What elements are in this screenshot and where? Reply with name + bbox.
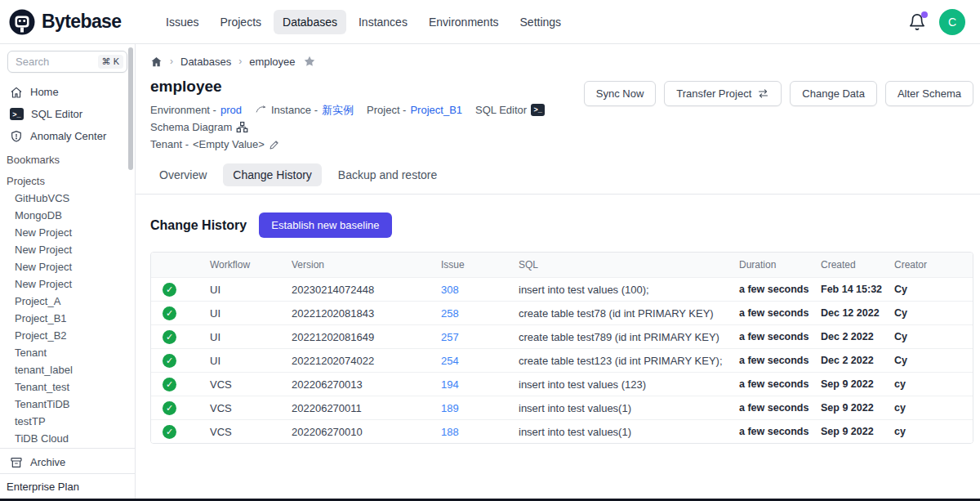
nav-link[interactable]: Instances [350, 10, 416, 34]
breadcrumb-databases[interactable]: Databases [180, 56, 231, 68]
sidebar-item-home[interactable]: Home [0, 81, 135, 103]
sidebar-project-item[interactable]: testTP [0, 413, 135, 430]
created-cell: Dec 2 2022 [821, 355, 894, 366]
projects-section-label: Projects [0, 168, 135, 190]
version-cell: 202206270013 [292, 378, 441, 391]
issue-link[interactable]: 189 [441, 402, 459, 414]
duration-cell: a few seconds [739, 284, 821, 295]
project-link[interactable]: Project_B1 [410, 101, 462, 119]
tab[interactable]: Change History [223, 163, 322, 186]
sidebar-project-item[interactable]: Project_B2 [0, 327, 135, 344]
sidebar-project-item[interactable]: GitHubVCS [0, 190, 135, 207]
col-creator: Creator [894, 259, 973, 271]
success-check-icon: ✓ [163, 306, 176, 320]
duration-cell: a few seconds [739, 426, 821, 437]
transfer-project-button[interactable]: Transfer Project [664, 81, 782, 106]
sidebar-project-item[interactable]: New Project [0, 241, 135, 258]
sidebar-project-item[interactable]: TiDB Cloud [0, 430, 135, 447]
database-tabs: OverviewChange HistoryBackup and restore [136, 163, 980, 195]
terminal-icon: >_ [10, 108, 24, 120]
sidebar-project-item[interactable]: Project_B1 [0, 310, 135, 327]
sidebar-project-item[interactable]: New Project [0, 224, 135, 241]
nav-link[interactable]: Projects [211, 10, 270, 34]
sql-cell: create table test789 (id int PRIMARY KEY… [519, 331, 739, 343]
created-cell: Sep 9 2022 [821, 402, 894, 414]
tenant-meta: Tenant - <Empty Value> [150, 136, 280, 153]
table-row[interactable]: ✓ VCS 202206270013 194 insert into test … [151, 372, 973, 396]
sidebar-project-item[interactable]: MongoDB [0, 207, 135, 224]
page-actions: Sync Now Transfer Project Change Data Al… [584, 81, 973, 106]
sidebar-item-anomaly-center[interactable]: Anomaly Center [0, 125, 135, 147]
creator-cell: cy [894, 426, 973, 437]
bytebase-logo-icon [8, 8, 36, 36]
sidebar-item-sql-editor[interactable]: >_ SQL Editor [0, 103, 135, 125]
change-data-button[interactable]: Change Data [790, 81, 877, 106]
main-content: › Databases › employee employee Environm… [136, 44, 980, 501]
environment-link[interactable]: prod [220, 101, 242, 119]
environment-meta: Environment - prod [150, 101, 242, 119]
issue-link[interactable]: 194 [441, 378, 459, 391]
instance-link[interactable]: 新实例 [322, 101, 354, 119]
breadcrumb: › Databases › employee [150, 52, 973, 70]
table-row[interactable]: ✓ UI 20230214072448 308 insert into test… [151, 277, 973, 301]
issue-link[interactable]: 308 [441, 284, 459, 296]
instance-label: Instance - [271, 101, 318, 119]
nav-link[interactable]: Settings [511, 10, 571, 34]
table-row[interactable]: ✓ VCS 202206270011 189 insert into test … [151, 396, 973, 419]
schema-diagram-icon [236, 121, 248, 133]
creator-cell: Cy [894, 355, 973, 366]
status-cell: ✓ [151, 425, 210, 439]
user-avatar[interactable]: C [939, 9, 965, 35]
notifications-bell-icon[interactable] [908, 13, 926, 31]
table-row[interactable]: ✓ UI 20221202081843 258 create table tes… [151, 301, 973, 324]
table-row[interactable]: ✓ UI 20221202074022 254 create table tes… [151, 348, 973, 372]
success-check-icon: ✓ [163, 378, 176, 391]
col-workflow: Workflow [210, 259, 292, 271]
sidebar-item-archive[interactable]: Archive [0, 451, 135, 473]
archive-icon [10, 456, 23, 469]
transfer-arrows-icon [757, 87, 769, 100]
schema-diagram-shortcut[interactable]: Schema Diagram [150, 119, 248, 136]
page-title: employee [150, 78, 584, 96]
sidebar-project-item[interactable]: tenant_label [0, 361, 135, 378]
sidebar-project-item[interactable]: Tenant [0, 344, 135, 361]
issue-link[interactable]: 254 [441, 355, 459, 367]
tab[interactable]: Overview [149, 163, 216, 186]
table-row[interactable]: ✓ UI 20221202081649 257 create table tes… [151, 324, 973, 348]
search-input[interactable]: Search ⌘ K [7, 51, 127, 73]
sidebar-project-item[interactable]: TenantTiDB [0, 396, 135, 413]
sql-cell: create table test123 (id int PRIMARY KEY… [519, 355, 739, 367]
issue-link[interactable]: 258 [441, 307, 459, 320]
sidebar-project-item[interactable]: New Project [0, 275, 135, 293]
sidebar-scrollbar[interactable] [128, 47, 133, 170]
nav-link[interactable]: Databases [274, 10, 346, 34]
table-row[interactable]: ✓ VCS 202206270010 188 insert into test … [151, 419, 973, 443]
issue-link[interactable]: 188 [441, 426, 459, 438]
duration-cell: a few seconds [739, 331, 821, 342]
sidebar: Search ⌘ K Home >_ SQL Editor Anomaly Ce… [0, 44, 136, 501]
sidebar-project-item[interactable]: Project_A [0, 293, 135, 310]
database-meta-line-2: Tenant - <Empty Value> [150, 136, 584, 153]
success-check-icon: ✓ [163, 283, 176, 297]
bytebase-logo[interactable]: Bytebase [8, 8, 145, 36]
tab[interactable]: Backup and restore [328, 163, 447, 186]
sidebar-project-item[interactable]: New Project [0, 258, 135, 275]
issue-link[interactable]: 257 [441, 331, 459, 343]
success-check-icon: ✓ [163, 354, 176, 368]
workflow-cell: VCS [210, 426, 292, 438]
status-cell: ✓ [151, 306, 210, 320]
breadcrumb-home-icon[interactable] [150, 56, 163, 68]
nav-link[interactable]: Issues [157, 10, 207, 34]
version-cell: 202206270010 [292, 426, 441, 438]
col-sql: SQL [519, 259, 739, 271]
sidebar-project-item[interactable]: Tenant_test [0, 378, 135, 396]
sql-editor-shortcut[interactable]: SQL Editor >_ [475, 101, 545, 119]
breadcrumb-employee[interactable]: employee [249, 56, 295, 68]
edit-pencil-icon[interactable] [269, 139, 280, 150]
sync-now-button[interactable]: Sync Now [584, 81, 657, 106]
search-placeholder: Search [16, 56, 49, 68]
establish-baseline-button[interactable]: Establish new baseline [259, 212, 391, 238]
nav-link[interactable]: Environments [420, 10, 508, 34]
alter-schema-button[interactable]: Alter Schema [885, 81, 973, 106]
bookmark-star-icon[interactable] [303, 55, 316, 68]
